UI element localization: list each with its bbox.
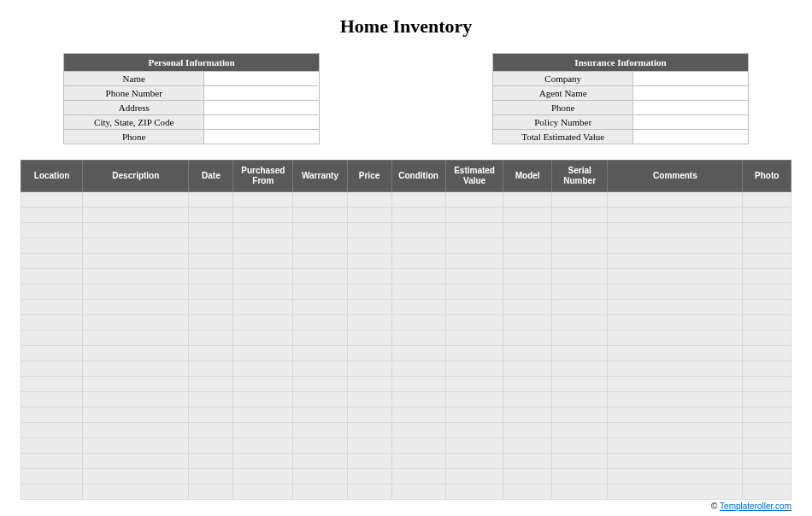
inventory-cell[interactable] bbox=[83, 408, 189, 423]
inventory-cell[interactable] bbox=[233, 254, 293, 269]
inventory-cell[interactable] bbox=[743, 254, 791, 269]
inventory-cell[interactable] bbox=[608, 300, 743, 315]
inventory-cell[interactable] bbox=[503, 423, 551, 438]
inventory-cell[interactable] bbox=[293, 454, 347, 469]
inventory-cell[interactable] bbox=[608, 238, 743, 254]
inventory-cell[interactable] bbox=[293, 408, 347, 423]
inventory-cell[interactable] bbox=[551, 315, 607, 331]
inventory-cell[interactable] bbox=[21, 484, 83, 500]
inventory-cell[interactable] bbox=[743, 392, 791, 408]
inventory-cell[interactable] bbox=[551, 284, 607, 300]
inventory-cell[interactable] bbox=[551, 238, 607, 254]
inventory-cell[interactable] bbox=[445, 469, 503, 484]
inventory-cell[interactable] bbox=[83, 469, 189, 484]
personal-field-value[interactable] bbox=[204, 130, 320, 144]
inventory-cell[interactable] bbox=[293, 315, 347, 331]
inventory-cell[interactable] bbox=[189, 284, 233, 300]
inventory-cell[interactable] bbox=[293, 238, 347, 254]
inventory-cell[interactable] bbox=[503, 392, 551, 408]
inventory-cell[interactable] bbox=[743, 377, 791, 392]
inventory-cell[interactable] bbox=[293, 208, 347, 223]
inventory-cell[interactable] bbox=[445, 223, 503, 238]
inventory-cell[interactable] bbox=[293, 438, 347, 454]
inventory-cell[interactable] bbox=[189, 254, 233, 269]
inventory-cell[interactable] bbox=[743, 361, 791, 377]
inventory-cell[interactable] bbox=[293, 361, 347, 377]
inventory-cell[interactable] bbox=[445, 377, 503, 392]
inventory-cell[interactable] bbox=[233, 300, 293, 315]
inventory-cell[interactable] bbox=[445, 192, 503, 208]
inventory-cell[interactable] bbox=[83, 208, 189, 223]
insurance-field-value[interactable] bbox=[633, 101, 749, 115]
inventory-cell[interactable] bbox=[189, 208, 233, 223]
inventory-cell[interactable] bbox=[551, 223, 607, 238]
inventory-cell[interactable] bbox=[189, 438, 233, 454]
inventory-cell[interactable] bbox=[21, 254, 83, 269]
inventory-cell[interactable] bbox=[189, 377, 233, 392]
inventory-cell[interactable] bbox=[233, 361, 293, 377]
inventory-cell[interactable] bbox=[293, 469, 347, 484]
inventory-cell[interactable] bbox=[21, 331, 83, 346]
inventory-cell[interactable] bbox=[189, 423, 233, 438]
inventory-cell[interactable] bbox=[83, 377, 189, 392]
inventory-cell[interactable] bbox=[189, 484, 233, 500]
inventory-cell[interactable] bbox=[391, 484, 445, 500]
inventory-cell[interactable] bbox=[391, 223, 445, 238]
inventory-cell[interactable] bbox=[743, 469, 791, 484]
inventory-cell[interactable] bbox=[743, 269, 791, 284]
inventory-cell[interactable] bbox=[503, 361, 551, 377]
inventory-cell[interactable] bbox=[347, 315, 391, 331]
insurance-field-value[interactable] bbox=[633, 86, 749, 101]
inventory-cell[interactable] bbox=[347, 223, 391, 238]
inventory-cell[interactable] bbox=[391, 377, 445, 392]
inventory-cell[interactable] bbox=[445, 438, 503, 454]
inventory-cell[interactable] bbox=[391, 300, 445, 315]
inventory-cell[interactable] bbox=[347, 284, 391, 300]
inventory-cell[interactable] bbox=[21, 377, 83, 392]
inventory-cell[interactable] bbox=[21, 192, 83, 208]
inventory-cell[interactable] bbox=[347, 408, 391, 423]
inventory-cell[interactable] bbox=[551, 300, 607, 315]
inventory-cell[interactable] bbox=[293, 269, 347, 284]
inventory-cell[interactable] bbox=[503, 284, 551, 300]
inventory-cell[interactable] bbox=[233, 484, 293, 500]
inventory-cell[interactable] bbox=[83, 438, 189, 454]
inventory-cell[interactable] bbox=[445, 408, 503, 423]
inventory-cell[interactable] bbox=[743, 346, 791, 361]
inventory-cell[interactable] bbox=[608, 392, 743, 408]
inventory-cell[interactable] bbox=[608, 438, 743, 454]
inventory-cell[interactable] bbox=[391, 346, 445, 361]
inventory-cell[interactable] bbox=[608, 223, 743, 238]
inventory-cell[interactable] bbox=[233, 208, 293, 223]
inventory-cell[interactable] bbox=[233, 408, 293, 423]
inventory-cell[interactable] bbox=[743, 192, 791, 208]
inventory-cell[interactable] bbox=[551, 331, 607, 346]
inventory-cell[interactable] bbox=[293, 377, 347, 392]
inventory-cell[interactable] bbox=[83, 392, 189, 408]
inventory-cell[interactable] bbox=[445, 484, 503, 500]
inventory-cell[interactable] bbox=[189, 331, 233, 346]
inventory-cell[interactable] bbox=[233, 331, 293, 346]
inventory-cell[interactable] bbox=[83, 223, 189, 238]
inventory-cell[interactable] bbox=[189, 315, 233, 331]
inventory-cell[interactable] bbox=[608, 377, 743, 392]
inventory-cell[interactable] bbox=[233, 315, 293, 331]
inventory-cell[interactable] bbox=[391, 284, 445, 300]
inventory-cell[interactable] bbox=[608, 254, 743, 269]
inventory-cell[interactable] bbox=[83, 346, 189, 361]
inventory-cell[interactable] bbox=[21, 223, 83, 238]
inventory-cell[interactable] bbox=[83, 315, 189, 331]
inventory-cell[interactable] bbox=[347, 469, 391, 484]
inventory-cell[interactable] bbox=[233, 284, 293, 300]
inventory-cell[interactable] bbox=[189, 269, 233, 284]
inventory-cell[interactable] bbox=[233, 346, 293, 361]
inventory-cell[interactable] bbox=[391, 331, 445, 346]
inventory-cell[interactable] bbox=[83, 254, 189, 269]
inventory-cell[interactable] bbox=[391, 238, 445, 254]
inventory-cell[interactable] bbox=[743, 408, 791, 423]
inventory-cell[interactable] bbox=[233, 269, 293, 284]
inventory-cell[interactable] bbox=[347, 377, 391, 392]
inventory-cell[interactable] bbox=[608, 192, 743, 208]
inventory-cell[interactable] bbox=[83, 423, 189, 438]
inventory-cell[interactable] bbox=[503, 254, 551, 269]
